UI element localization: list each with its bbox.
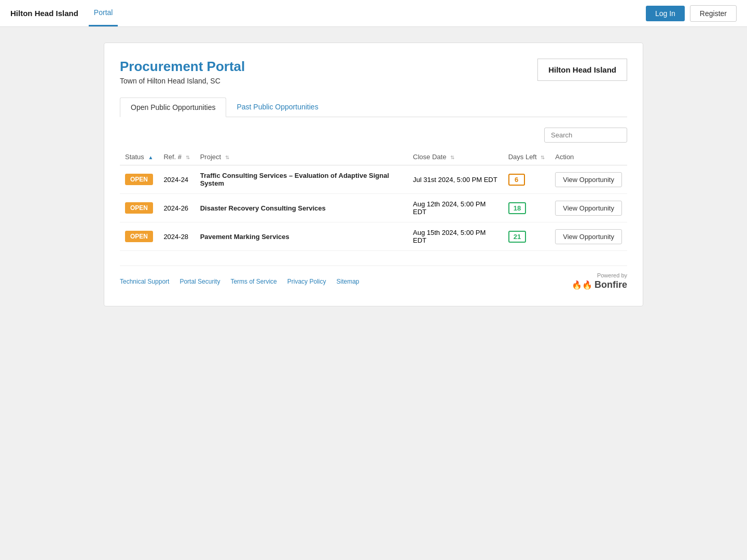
footer-link-1[interactable]: Portal Security <box>179 278 220 285</box>
nav-brand[interactable]: Hilton Head Island <box>10 9 78 18</box>
bonfire-brand: Bonfire <box>594 279 627 290</box>
cell-action-1: View Opportunity <box>550 194 627 222</box>
table-row: OPEN 2024-26 Disaster Recovery Consultin… <box>120 194 627 222</box>
days-badge-2: 21 <box>508 231 526 243</box>
cell-project-0: Traffic Consulting Services – Evaluation… <box>195 165 408 194</box>
opportunities-table: Status ▲ Ref. # ⇅ Project ⇅ Close Date ⇅ <box>120 149 627 251</box>
sort-project-icon: ⇅ <box>225 155 229 160</box>
top-nav: Hilton Head Island Portal Log In Registe… <box>0 0 747 27</box>
view-opportunity-button-1[interactable]: View Opportunity <box>555 201 622 216</box>
bonfire-logo: 🔥🔥 Bonfire <box>572 279 627 290</box>
portal-card: Procurement Portal Town of Hilton Head I… <box>104 43 643 306</box>
tab-past-public[interactable]: Past Public Opportunities <box>226 97 328 117</box>
footer-link-3[interactable]: Privacy Policy <box>287 278 326 285</box>
cell-ref-2: 2024-28 <box>158 222 195 251</box>
portal-logo: Hilton Head Island <box>537 59 627 81</box>
portal-subtitle: Town of Hilton Head Island, SC <box>120 77 245 85</box>
tab-open-public[interactable]: Open Public Opportunities <box>120 97 226 117</box>
status-badge-0: OPEN <box>125 174 153 185</box>
cell-project-2: Pavement Marking Services <box>195 222 408 251</box>
cell-status-0: OPEN <box>120 165 158 194</box>
cell-date-2: Aug 15th 2024, 5:00 PM EDT <box>408 222 503 251</box>
cell-days-2: 21 <box>503 222 550 251</box>
sort-ref-icon: ⇅ <box>186 155 190 160</box>
login-button[interactable]: Log In <box>646 6 685 21</box>
sort-days-icon: ⇅ <box>541 155 545 160</box>
portal-header-left: Procurement Portal Town of Hilton Head I… <box>120 59 245 85</box>
days-badge-1: 18 <box>508 202 526 214</box>
cell-status-1: OPEN <box>120 194 158 222</box>
cell-ref-1: 2024-26 <box>158 194 195 222</box>
cell-project-1: Disaster Recovery Consulting Services <box>195 194 408 222</box>
footer-links-left: Technical SupportPortal SecurityTerms of… <box>120 278 359 285</box>
portal-title: Procurement Portal <box>120 59 245 75</box>
nav-left: Hilton Head Island Portal <box>10 0 118 26</box>
nav-portal-tab[interactable]: Portal <box>89 0 118 26</box>
register-button[interactable]: Register <box>690 5 737 22</box>
cell-status-2: OPEN <box>120 222 158 251</box>
search-input[interactable] <box>544 128 627 143</box>
cell-action-2: View Opportunity <box>550 222 627 251</box>
footer: Technical SupportPortal SecurityTerms of… <box>120 265 627 290</box>
cell-days-0: 6 <box>503 165 550 194</box>
col-status[interactable]: Status ▲ <box>120 149 158 165</box>
sort-status-icon: ▲ <box>148 155 153 160</box>
search-row <box>120 128 627 143</box>
status-badge-1: OPEN <box>125 202 153 214</box>
nav-right: Log In Register <box>646 5 737 22</box>
col-days-left[interactable]: Days Left ⇅ <box>503 149 550 165</box>
col-close-date[interactable]: Close Date ⇅ <box>408 149 503 165</box>
bonfire-icon: 🔥🔥 <box>572 280 592 290</box>
col-action: Action <box>550 149 627 165</box>
days-badge-0: 6 <box>508 174 525 186</box>
portal-header: Procurement Portal Town of Hilton Head I… <box>120 59 627 85</box>
col-ref[interactable]: Ref. # ⇅ <box>158 149 195 165</box>
main-wrapper: Procurement Portal Town of Hilton Head I… <box>0 27 747 322</box>
tabs-container: Open Public Opportunities Past Public Op… <box>120 97 627 117</box>
sort-date-icon: ⇅ <box>450 155 454 160</box>
footer-link-4[interactable]: Sitemap <box>336 278 359 285</box>
table-row: OPEN 2024-24 Traffic Consulting Services… <box>120 165 627 194</box>
cell-ref-0: 2024-24 <box>158 165 195 194</box>
cell-action-0: View Opportunity <box>550 165 627 194</box>
table-row: OPEN 2024-28 Pavement Marking Services A… <box>120 222 627 251</box>
view-opportunity-button-2[interactable]: View Opportunity <box>555 229 622 244</box>
cell-days-1: 18 <box>503 194 550 222</box>
view-opportunity-button-0[interactable]: View Opportunity <box>555 172 622 187</box>
footer-link-0[interactable]: Technical Support <box>120 278 169 285</box>
col-project[interactable]: Project ⇅ <box>195 149 408 165</box>
cell-date-0: Jul 31st 2024, 5:00 PM EDT <box>408 165 503 194</box>
status-badge-2: OPEN <box>125 231 153 242</box>
cell-date-1: Aug 12th 2024, 5:00 PM EDT <box>408 194 503 222</box>
powered-by: Powered by 🔥🔥 Bonfire <box>572 272 627 290</box>
footer-link-2[interactable]: Terms of Service <box>230 278 276 285</box>
